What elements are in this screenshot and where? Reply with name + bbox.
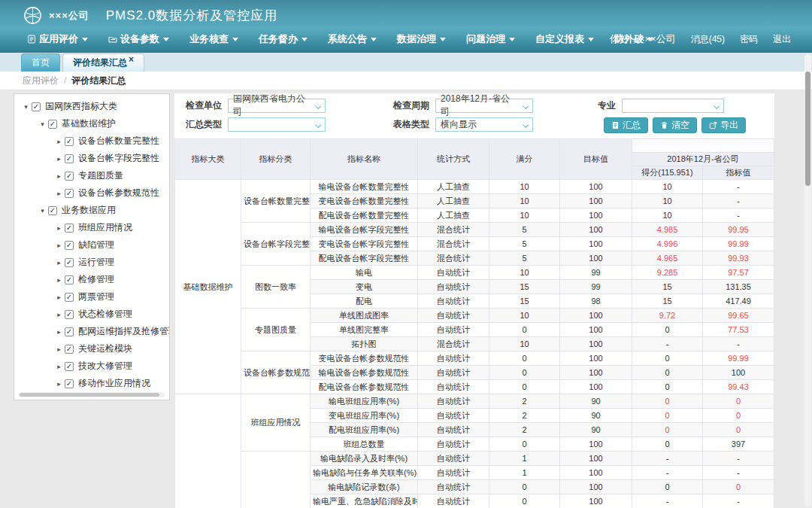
checkbox[interactable]: ✓: [65, 224, 74, 233]
table-row: 设备台帐参数规范性变电设备台帐参数规范性自动统计0100099.99: [175, 351, 774, 366]
scrollbar-thumb[interactable]: [20, 393, 159, 397]
nav-menu-item[interactable]: 自定义报表: [535, 32, 594, 46]
tree-item[interactable]: ▸✓班组应用情况: [14, 219, 169, 236]
checkbox[interactable]: ✓: [65, 293, 74, 302]
chevron-expanded-icon[interactable]: ▾: [38, 207, 47, 214]
page-scrollbar[interactable]: [804, 54, 811, 506]
chevron-collapsed-icon[interactable]: ▸: [55, 172, 63, 180]
table-cell: 自动统计: [418, 280, 489, 294]
chevron-collapsed-icon[interactable]: ▸: [55, 242, 63, 249]
checkbox[interactable]: ✓: [32, 102, 41, 111]
tree-item[interactable]: ▸✓状态检修管理: [14, 306, 169, 323]
trash-icon: [660, 121, 668, 129]
checkbox[interactable]: ✓: [65, 241, 74, 250]
specialty-select[interactable]: [622, 99, 724, 113]
logout-link[interactable]: 退出: [773, 33, 791, 46]
chevron-collapsed-icon[interactable]: ▸: [55, 259, 63, 266]
tab-首页[interactable]: 首页: [21, 53, 60, 71]
summarize-button[interactable]: 汇总: [604, 117, 648, 133]
checkbox[interactable]: ✓: [65, 327, 74, 336]
clear-button[interactable]: 清空: [653, 117, 697, 133]
chevron-expanded-icon[interactable]: ▾: [22, 103, 30, 111]
chevron-down-icon: [509, 38, 515, 41]
checkbox[interactable]: ✓: [48, 120, 57, 129]
tree-item[interactable]: ▸✓移动作业应用情况: [14, 375, 169, 392]
tree-item[interactable]: ▾✓基础数据维护: [14, 115, 169, 132]
checkbox[interactable]: ✓: [65, 258, 74, 267]
nav-menu-item[interactable]: 系统公告: [328, 32, 377, 46]
check-period-select[interactable]: 2018年12月-省公司: [435, 99, 533, 113]
scrollbar-thumb[interactable]: [805, 71, 810, 186]
checkbox[interactable]: ✓: [48, 206, 57, 215]
chevron-collapsed-icon[interactable]: ▸: [55, 138, 63, 145]
tree-item[interactable]: ▸✓配网运维指挥及抢修管理: [14, 323, 169, 340]
tree-item[interactable]: ▸✓缺陷管理: [14, 236, 169, 254]
chevron-collapsed-icon[interactable]: ▸: [55, 380, 63, 388]
chevron-collapsed-icon[interactable]: ▸: [55, 155, 63, 163]
chevron-collapsed-icon[interactable]: ▸: [55, 224, 63, 232]
nav-menu-label: 业务核查: [189, 32, 229, 46]
check-unit-select[interactable]: 国网陕西省电力公司: [228, 99, 326, 113]
table-cell: 10: [489, 337, 560, 351]
tree-item[interactable]: ▾✓业务数据应用: [14, 202, 169, 219]
checkbox[interactable]: ✓: [65, 379, 74, 388]
nav-menu-item[interactable]: 问题治理: [466, 32, 515, 46]
table-cell: 变电设备台帐数量完整性: [311, 194, 418, 208]
tab-评价结果汇总[interactable]: 评价结果汇总×: [62, 53, 144, 71]
nav-menu-item[interactable]: 任务督办: [259, 32, 308, 46]
chevron-collapsed-icon[interactable]: ▸: [55, 190, 63, 197]
chevron-collapsed-icon[interactable]: ▸: [55, 363, 63, 370]
table-cell: 131.35: [703, 280, 774, 294]
table-cell: 单线图完整率: [311, 323, 418, 337]
table-cell: 自动统计: [418, 351, 489, 366]
table-cell: 10: [632, 208, 703, 223]
checkbox[interactable]: ✓: [65, 345, 74, 354]
summary-type-select[interactable]: [228, 117, 326, 132]
table-type-select[interactable]: 横向显示: [435, 117, 533, 132]
tree-item[interactable]: ▸✓设备台帐参数规范性: [14, 184, 169, 202]
chevron-expanded-icon[interactable]: ▾: [38, 120, 47, 128]
checkbox[interactable]: ✓: [65, 154, 74, 163]
table-cell: 混合统计: [418, 337, 489, 351]
chevron-collapsed-icon[interactable]: ▸: [55, 345, 63, 353]
export-button[interactable]: 导出: [701, 117, 746, 133]
table-cell: 自动统计: [418, 366, 489, 380]
chevron-collapsed-icon[interactable]: ▸: [55, 311, 63, 318]
nav-menu-item[interactable]: 业务核查: [189, 32, 238, 46]
checkbox[interactable]: ✓: [65, 137, 74, 146]
nav-menu-item[interactable]: 应用评价: [27, 32, 88, 46]
nav-menu-item[interactable]: 设备参数: [108, 32, 169, 46]
tree-item[interactable]: ▾✓国网陕西指标大类: [14, 98, 169, 115]
table-cell: 变电: [311, 280, 418, 294]
tab-label: 首页: [32, 56, 50, 69]
tree-item[interactable]: ▸✓运行管理: [14, 254, 169, 271]
tree-item[interactable]: ▸✓技改大修管理: [14, 357, 169, 375]
breadcrumb-separator: /: [64, 75, 66, 86]
close-icon[interactable]: ×: [129, 54, 134, 65]
checkbox[interactable]: ✓: [65, 189, 74, 198]
indicator-tree: ▾✓国网陕西指标大类▾✓基础数据维护▸✓设备台帐数量完整性▸✓设备台帐字段完整性…: [14, 94, 169, 392]
table-cell: 99: [560, 280, 632, 294]
chevron-collapsed-icon[interactable]: ▸: [55, 276, 63, 284]
tree-item[interactable]: ▸✓设备台帐字段完整性: [14, 150, 169, 167]
tree-item[interactable]: ▸✓关键运检模块: [14, 340, 169, 357]
chevron-collapsed-icon[interactable]: ▸: [55, 294, 63, 301]
chevron-collapsed-icon[interactable]: ▸: [55, 328, 63, 336]
checkbox[interactable]: ✓: [65, 275, 74, 284]
password-link[interactable]: 密码: [740, 33, 758, 46]
col-header-target: 目标值: [560, 139, 632, 180]
checkbox[interactable]: ✓: [65, 172, 74, 181]
messages-link[interactable]: 消息(45): [691, 33, 725, 46]
tree-item[interactable]: ▸✓专题图质量: [14, 167, 169, 184]
tree-item[interactable]: ▸✓检修管理: [14, 271, 169, 288]
checkbox[interactable]: ✓: [65, 310, 74, 319]
tree-item-label: 检修管理: [78, 273, 114, 286]
tree-item[interactable]: ▸✓两票管理: [14, 288, 169, 306]
checkbox[interactable]: ✓: [65, 362, 74, 371]
tree-item[interactable]: ▸✓设备台帐数量完整性: [14, 132, 169, 150]
sidebar-scrollbar-horizontal[interactable]: [19, 392, 165, 397]
nav-menu-item[interactable]: 数据治理: [397, 32, 446, 46]
table-cell: -: [703, 208, 774, 223]
main-content-panel: 检查单位 国网陕西省电力公司 检查周期 2018年12月-省公司 专业 汇总类型…: [174, 93, 774, 508]
chevron-down-icon: [232, 38, 238, 41]
